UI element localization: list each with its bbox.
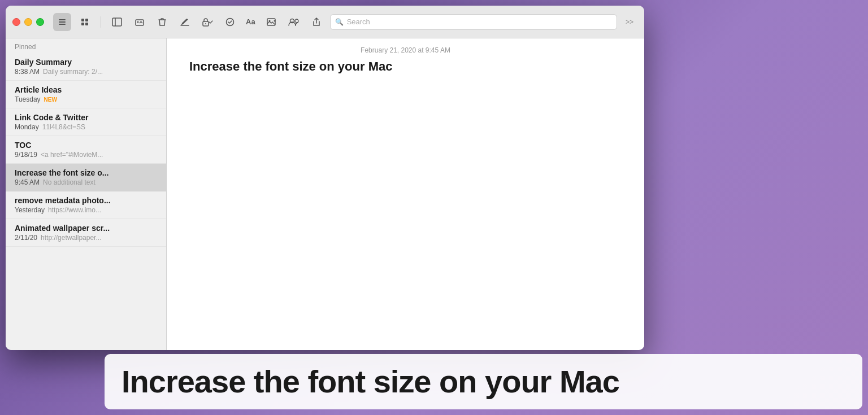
note-preview-4: No additional text — [43, 178, 96, 186]
lock-button[interactable] — [198, 13, 216, 31]
note-item-2[interactable]: Link Code & TwitterMonday11l4L8&ct=SS — [6, 108, 166, 136]
note-preview-2: 11l4L8&ct=SS — [42, 123, 85, 131]
maximize-button[interactable] — [36, 18, 44, 26]
note-title-6: Animated wallpaper scr... — [15, 224, 157, 233]
note-date-4: 9:45 AM — [15, 178, 40, 186]
collaboration-button[interactable] — [285, 13, 303, 31]
checklist-button[interactable] — [221, 13, 239, 31]
bottom-caption: Increase the font size on your Mac — [105, 354, 862, 409]
note-title-1: Article Ideas — [15, 85, 157, 94]
note-meta-3: 9/18/19<a href="#iMovieM... — [15, 151, 157, 159]
note-meta-6: 2/11/20http://getwallpaper... — [15, 234, 157, 242]
note-title-0: Daily Summary — [15, 58, 157, 67]
note-item-5[interactable]: remove metadata photo...Yesterdayhttps:/… — [6, 191, 166, 219]
note-date-3: 9/18/19 — [15, 151, 37, 159]
svg-rect-0 — [59, 19, 66, 20]
search-placeholder: Search — [347, 18, 370, 26]
sidebar-toggle-button[interactable] — [108, 13, 126, 31]
share-button[interactable] — [307, 13, 326, 31]
list-view-button[interactable] — [53, 13, 71, 31]
minimize-button[interactable] — [24, 18, 32, 26]
note-preview-6: http://getwallpaper... — [41, 234, 101, 242]
note-meta-4: 9:45 AMNo additional text — [15, 178, 157, 186]
svg-rect-5 — [81, 23, 84, 25]
grid-view-button[interactable] — [76, 13, 94, 31]
caption-text: Increase the font size on your Mac — [121, 364, 619, 399]
traffic-lights — [12, 18, 44, 26]
note-title-4: Increase the font size o... — [15, 168, 157, 177]
note-item-1[interactable]: Article IdeasTuesdayNEW — [6, 81, 166, 108]
note-list: Daily Summary8:38 AMDaily summary: 2/...… — [6, 53, 166, 247]
note-title-3: TOC — [15, 141, 157, 150]
note-preview-5: https://www.imo... — [48, 206, 101, 214]
note-date-5: Yesterday — [15, 206, 45, 214]
note-title-2: Link Code & Twitter — [15, 113, 157, 122]
new-badge-1: NEW — [44, 97, 57, 103]
svg-point-12 — [205, 23, 206, 24]
main-area: Pinned Daily Summary8:38 AMDaily summary… — [6, 38, 644, 350]
sidebar: Pinned Daily Summary8:38 AMDaily summary… — [6, 38, 167, 350]
note-item-6[interactable]: Animated wallpaper scr...2/11/20http://g… — [6, 219, 166, 247]
titlebar: Aa 🔍 — [6, 6, 644, 38]
note-preview-0: Daily summary: 2/... — [43, 68, 103, 76]
note-item-3[interactable]: TOC9/18/19<a href="#iMovieM... — [6, 136, 166, 164]
svg-point-17 — [295, 19, 298, 23]
note-date-6: 2/11/20 — [15, 234, 37, 242]
delete-button[interactable] — [153, 13, 171, 31]
svg-point-10 — [137, 21, 139, 23]
notes-window: Aa 🔍 — [6, 6, 644, 350]
note-date-0: 8:38 AM — [15, 68, 40, 76]
close-button[interactable] — [12, 18, 20, 26]
pinned-header: Pinned — [6, 38, 166, 53]
note-preview-3: <a href="#iMovieM... — [41, 151, 103, 159]
note-item-4[interactable]: Increase the font size o...9:45 AMNo add… — [6, 164, 166, 191]
note-meta-1: TuesdayNEW — [15, 95, 157, 103]
gallery-button[interactable] — [131, 13, 149, 31]
note-date-2: Monday — [15, 123, 39, 131]
note-meta-5: Yesterdayhttps://www.imo... — [15, 206, 157, 214]
note-meta-2: Monday11l4L8&ct=SS — [15, 123, 157, 131]
svg-rect-1 — [59, 21, 66, 23]
format-button[interactable]: Aa — [244, 13, 258, 31]
svg-rect-6 — [85, 23, 88, 25]
search-icon: 🔍 — [335, 18, 344, 26]
note-meta-0: 8:38 AMDaily summary: 2/... — [15, 68, 157, 76]
svg-rect-4 — [85, 19, 88, 21]
search-bar[interactable]: 🔍 Search — [330, 14, 617, 30]
image-button[interactable] — [262, 13, 280, 31]
svg-rect-7 — [112, 18, 121, 26]
note-item-0[interactable]: Daily Summary8:38 AMDaily summary: 2/... — [6, 53, 166, 81]
note-date-header: February 21, 2020 at 9:45 AM — [167, 38, 644, 59]
note-title-5: remove metadata photo... — [15, 196, 157, 205]
svg-rect-2 — [59, 24, 66, 25]
forward-button[interactable]: >> — [622, 14, 637, 30]
compose-button[interactable] — [176, 13, 194, 31]
note-content[interactable]: Increase the font size on your Mac — [167, 59, 644, 350]
separator-1 — [101, 16, 101, 28]
note-main-title: Increase the font size on your Mac — [189, 59, 622, 75]
content-area: February 21, 2020 at 9:45 AM Increase th… — [167, 38, 644, 350]
svg-rect-3 — [81, 19, 84, 21]
note-date-1: Tuesday — [15, 95, 41, 103]
